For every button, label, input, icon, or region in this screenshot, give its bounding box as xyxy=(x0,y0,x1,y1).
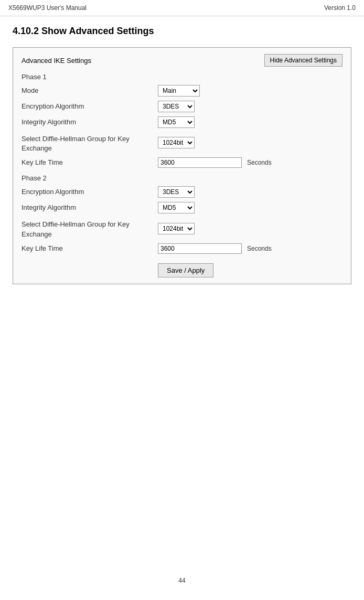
phase2-dh-row: Select Diffie-Hellman Group for Key Exch… xyxy=(22,218,342,239)
phase2-keylife-control: Seconds xyxy=(158,243,272,254)
phase1-integrity-select[interactable]: MD5 SHA1 xyxy=(158,116,195,128)
phase1-dh-control: 768bit 1024bit 1536bit xyxy=(158,137,195,148)
phase2-label: Phase 2 xyxy=(22,174,342,182)
settings-box: Advanced IKE Settings Hide Advanced Sett… xyxy=(13,47,351,284)
phase2-keylife-unit: Seconds xyxy=(247,245,272,252)
phase1-mode-select[interactable]: Main Aggressive xyxy=(158,85,200,97)
phase2-keylife-input[interactable] xyxy=(158,243,242,254)
section-header: Advanced IKE Settings Hide Advanced Sett… xyxy=(22,54,342,67)
version-label: Version 1.0 xyxy=(324,4,356,12)
phase1-encryption-control: 3DES AES DES xyxy=(158,101,195,112)
phase2-integrity-select[interactable]: MD5 SHA1 xyxy=(158,202,195,213)
phase1-mode-row: Mode Main Aggressive xyxy=(22,85,342,97)
hide-advanced-settings-button[interactable]: Hide Advanced Settings xyxy=(264,54,342,67)
phase1-dh-row: Select Diffie-Hellman Group for Key Exch… xyxy=(22,132,342,153)
phase1-keylife-input[interactable] xyxy=(158,157,242,168)
phase2-encryption-control: 3DES AES DES xyxy=(158,186,195,198)
phase1-keylife-label: Key Life Time xyxy=(22,158,158,167)
phase1-mode-label: Mode xyxy=(22,86,158,95)
page-footer: 44 xyxy=(0,566,364,595)
phase1-integrity-label: Integrity Algorithm xyxy=(22,117,158,127)
phase2-keylife-label: Key Life Time xyxy=(22,244,158,253)
phase1-encryption-label: Encryption Algorithm xyxy=(22,102,158,111)
phase1-keylife-unit: Seconds xyxy=(247,159,272,166)
phase2-encryption-select[interactable]: 3DES AES DES xyxy=(158,186,195,198)
phase1-mode-control: Main Aggressive xyxy=(158,85,200,97)
phase2-integrity-label: Integrity Algorithm xyxy=(22,203,158,212)
phase2-integrity-control: MD5 SHA1 xyxy=(158,202,195,213)
phase2-dh-label: Select Diffie-Hellman Group for Key Exch… xyxy=(22,218,158,239)
save-row: Save / Apply xyxy=(158,258,342,277)
phase1-encryption-select[interactable]: 3DES AES DES xyxy=(158,101,195,112)
phase2-encryption-row: Encryption Algorithm 3DES AES DES xyxy=(22,186,342,198)
phase2-keylife-row: Key Life Time Seconds xyxy=(22,243,342,254)
phase2-dh-control: 768bit 1024bit 1536bit xyxy=(158,223,195,234)
phase1-label: Phase 1 xyxy=(22,73,342,81)
phase1-keylife-control: Seconds xyxy=(158,157,272,168)
page-number: 44 xyxy=(178,577,185,584)
phase1-keylife-row: Key Life Time Seconds xyxy=(22,157,342,168)
save-apply-button[interactable]: Save / Apply xyxy=(158,263,213,277)
phase1-encryption-row: Encryption Algorithm 3DES AES DES xyxy=(22,101,342,112)
page-title: 4.10.2 Show Advanced Settings xyxy=(13,26,351,37)
phase1-dh-select[interactable]: 768bit 1024bit 1536bit xyxy=(158,137,195,148)
phase1-dh-label: Select Diffie-Hellman Group for Key Exch… xyxy=(22,132,158,153)
phase2-encryption-label: Encryption Algorithm xyxy=(22,187,158,197)
section-title: Advanced IKE Settings xyxy=(22,57,91,65)
phase1-integrity-row: Integrity Algorithm MD5 SHA1 xyxy=(22,116,342,128)
manual-title: X5669WUP3 User's Manual xyxy=(8,4,87,12)
phase2-integrity-row: Integrity Algorithm MD5 SHA1 xyxy=(22,202,342,213)
phase2-dh-select[interactable]: 768bit 1024bit 1536bit xyxy=(158,223,195,234)
phase1-integrity-control: MD5 SHA1 xyxy=(158,116,195,128)
